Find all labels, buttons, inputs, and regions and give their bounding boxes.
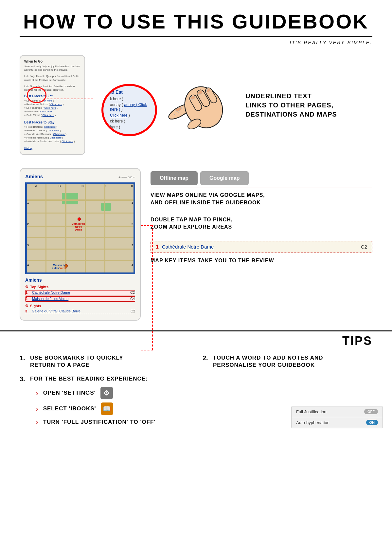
links-desc-line3: DESTINATIONS AND MAPS bbox=[245, 110, 372, 119]
map-buttons-section: Offline map Google map VIEW MAPS ONLINE … bbox=[151, 171, 372, 206]
list-item: » Grand Hôtel Rennais ( Click here ) bbox=[24, 133, 80, 136]
map-note1: VIEW MAPS ONLINE VIA GOOGLE MAPS, bbox=[151, 192, 372, 199]
list-item: » Hôtel du Cancre ( Click here ) bbox=[24, 129, 80, 132]
map-phone-wrapper: Amiens ⊕ ═══ 500 m A B C D D 1 1 2 2 3 3… bbox=[20, 168, 141, 321]
map-desc-online: VIEW MAPS ONLINE VIA GOOGLE MAPS, AND OF… bbox=[151, 188, 372, 206]
map-note2: AND OFFLINE INSIDE THE GUIDEBOOK bbox=[151, 199, 372, 206]
tips-header: TIPS bbox=[0, 330, 392, 348]
settings-icon: ⚙ bbox=[100, 387, 113, 399]
list-item: » Salle Mirpel ( Click here ) bbox=[24, 114, 80, 117]
list-item: » Hôtel de Namours ( Click here ) bbox=[24, 136, 80, 139]
dotted-v bbox=[152, 225, 153, 350]
map-key-city: Amiens bbox=[25, 277, 135, 283]
pointing-hand-icon bbox=[160, 75, 232, 142]
tip-1: 1. USE BOOKMARKS TO QUICKLYRETURN TO A P… bbox=[20, 354, 189, 369]
tip-3-block: 3. FOR THE BEST READING EXPERIENCE: › Op… bbox=[20, 375, 372, 428]
bullet-2: › bbox=[36, 405, 39, 413]
map-key-item[interactable]: 3 Galerie du Vitrail Claude Barre C2 bbox=[25, 309, 135, 314]
map-note5: MAP KEY ITEMS TAKE YOU TO THE REVIEW bbox=[151, 257, 372, 264]
dotted-h-1 bbox=[141, 225, 152, 226]
links-description: UNDERLINED TEXT LINKS TO OTHER PAGES, DE… bbox=[239, 91, 372, 119]
tip-1-number: 1. bbox=[20, 354, 27, 362]
maps-right-panel: Offline map Google map VIEW MAPS ONLINE … bbox=[151, 168, 372, 264]
map-key-example[interactable]: 1 Cathédrale Notre Dame C2 bbox=[151, 241, 372, 253]
tip-3-header: 3. FOR THE BEST READING EXPERIENCE: bbox=[20, 375, 372, 383]
list-item: » La Fenêtrage ( Click here ) bbox=[24, 106, 80, 109]
tips-title: TIPS bbox=[342, 334, 372, 347]
page-title: HOW TO USE THIS GUIDEBOOK bbox=[20, 10, 372, 33]
list-item: » Hôtel Bretton ( Click here ) bbox=[24, 125, 80, 128]
phone-body-1: June and early July: enjoy the beaches, … bbox=[24, 65, 80, 72]
settings-label-1: Full Justification bbox=[296, 409, 326, 414]
map-key-item[interactable]: 2 Maison de Jules Verne C4 bbox=[25, 296, 135, 302]
tip-3-text: FOR THE BEST READING EXPERIENCE: bbox=[30, 375, 148, 383]
key-example-name[interactable]: Cathédrale Notre Dame bbox=[162, 244, 358, 250]
top-sights-category: ⊙ Top Sights bbox=[25, 285, 135, 289]
zoom-circle: to Eat k here ) aunay ( aunay ( Click he… bbox=[101, 84, 157, 136]
page-header: HOW TO USE THIS GUIDEBOOK bbox=[20, 0, 372, 37]
zoom-link-5: here ) bbox=[110, 125, 149, 129]
zoom-title: to Eat bbox=[110, 89, 149, 95]
tip-2: 2. TOUCH A WORD TO ADD NOTES ANDPERSONAL… bbox=[203, 354, 372, 369]
offline-map-button[interactable]: Offline map bbox=[151, 171, 198, 185]
section-maps: Amiens ⊕ ═══ 500 m A B C D D 1 1 2 2 3 3… bbox=[0, 161, 392, 327]
svg-point-3 bbox=[177, 80, 230, 135]
double-tap-section: DOUBLE TAP MAP TO PINCH, ZOOM AND EXPLOR… bbox=[151, 216, 372, 231]
map-city-title: Amiens bbox=[25, 174, 43, 179]
toggle-on-1[interactable]: ON bbox=[366, 420, 378, 425]
list-item: » Miraboule ( Click here ) bbox=[24, 110, 80, 113]
settings-label-2: Auto-hyphenation bbox=[296, 420, 330, 425]
map-key-example-section: 1 Cathédrale Notre Dame C2 MAP KEY ITEMS… bbox=[151, 241, 372, 264]
section-links: When to Go June and early July: enjoy th… bbox=[0, 45, 392, 161]
tip-2-text: TOUCH A WORD TO ADD NOTES ANDPERSONALISE… bbox=[213, 354, 323, 369]
zoom-link-4: ck here ) bbox=[110, 119, 149, 123]
map-key-section: Amiens ⊙ Top Sights 1 Cathédrale Notre D… bbox=[25, 277, 135, 314]
best-stay-title: Best Places to Stay bbox=[24, 121, 80, 124]
zoom-link-3: Click here ) bbox=[110, 113, 149, 118]
tip-1-text: USE BOOKMARKS TO QUICKLYRETURN TO A PAGE bbox=[30, 354, 123, 369]
map-phone: Amiens ⊕ ═══ 500 m A B C D D 1 1 2 2 3 3… bbox=[20, 168, 141, 321]
key-example-grid: C2 bbox=[361, 244, 367, 250]
map-note3: DOUBLE TAP MAP TO PINCH, bbox=[151, 216, 372, 223]
map-scale: ⊕ ═══ 500 m bbox=[118, 176, 135, 179]
bullet-3: › bbox=[36, 418, 39, 426]
tip-2-number: 2. bbox=[203, 354, 210, 362]
step-1-text: Open 'Settings' bbox=[43, 389, 96, 397]
tip-3-number: 3. bbox=[20, 375, 27, 383]
links-desc-line2: LINKS TO OTHER PAGES, bbox=[245, 101, 372, 110]
zoom-link-2: aunay ( aunay ( Click here ) ) bbox=[110, 103, 149, 112]
phone-mockup: When to Go June and early July: enjoy th… bbox=[20, 55, 85, 155]
key-example-number: 1 bbox=[156, 244, 159, 250]
step-2-text: Select 'iBooks' bbox=[43, 405, 96, 412]
list-item: » Hôtel de la Roche des Indes ( Click he… bbox=[24, 140, 80, 143]
tip-3-step-1: › Open 'Settings' ⚙ bbox=[36, 387, 372, 399]
zoom-link-1: k here ) bbox=[110, 97, 149, 101]
map-image-area: A B C D D 1 1 2 2 3 3 4 4 bbox=[25, 182, 135, 274]
list-item: » Restaurant Deluxe ( Click here ) bbox=[24, 103, 80, 106]
map-buttons-row: Offline map Google map bbox=[151, 171, 372, 185]
ibooks-icon: 📖 bbox=[101, 402, 113, 415]
dotted-h-2 bbox=[141, 350, 153, 350]
toggle-off-1[interactable]: OFF bbox=[364, 409, 378, 414]
when-to-go-title: When to Go bbox=[24, 60, 80, 63]
map-key-item[interactable]: 1 Cathédrale Notre Dame C2 bbox=[25, 290, 135, 295]
page-subtitle: IT'S REALLY VERY SIMPLE. bbox=[20, 40, 372, 45]
phone-body-2: Late July: Head to Quimper for tradition… bbox=[24, 74, 80, 82]
links-desc-line1: UNDERLINED TEXT bbox=[245, 91, 372, 101]
google-map-button[interactable]: Google map bbox=[200, 171, 249, 185]
map-note4: ZOOM AND EXPLORE AREAS bbox=[151, 223, 372, 231]
tips-grid: 1. USE BOOKMARKS TO QUICKLYRETURN TO A P… bbox=[20, 354, 372, 369]
zoom-bubble-area: to Eat k here ) aunay ( aunay ( Click he… bbox=[101, 84, 157, 136]
step-3-text: Turn 'Full Justification' to 'off' bbox=[43, 419, 156, 426]
bullet-1: › bbox=[36, 389, 39, 397]
dotted-connector-h bbox=[47, 99, 93, 99]
history-label[interactable]: History bbox=[24, 147, 80, 150]
tips-section: 1. USE BOOKMARKS TO QUICKLYRETURN TO A P… bbox=[0, 348, 392, 435]
sights-category: ⊙ Sights bbox=[25, 304, 135, 308]
zoom-highlight-circle bbox=[27, 87, 46, 103]
